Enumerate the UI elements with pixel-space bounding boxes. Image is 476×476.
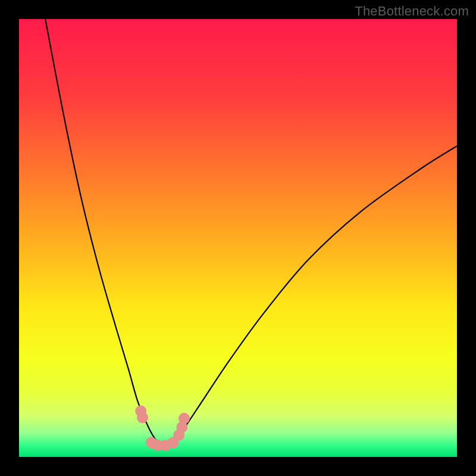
plot-area [19, 19, 457, 457]
bottleneck-curve [45, 19, 457, 446]
chart-svg [19, 19, 457, 457]
marker-point [178, 413, 190, 424]
marker-point [137, 412, 148, 423]
watermark-text: TheBottleneck.com [355, 4, 469, 19]
highlighted-points [135, 405, 190, 451]
chart-frame: TheBottleneck.com [0, 0, 476, 476]
